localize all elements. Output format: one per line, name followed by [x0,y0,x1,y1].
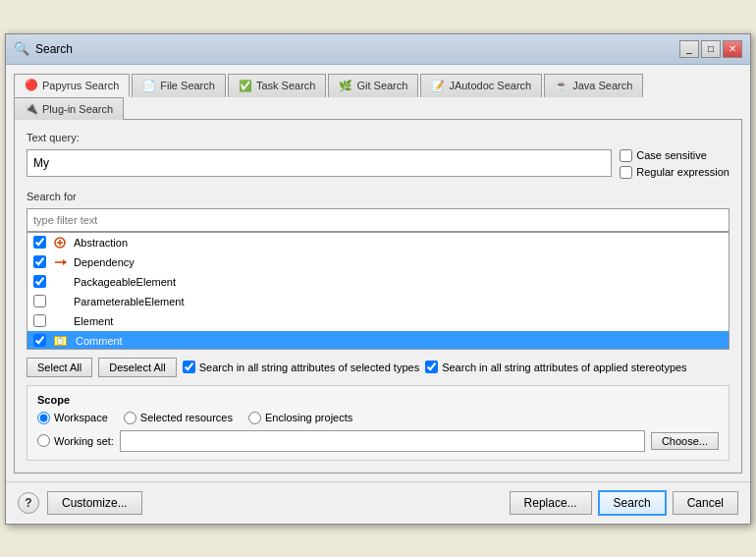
select-buttons-row: Select All Deselect All Search in all st… [27,358,729,377]
text-query-input-wrap [27,149,612,177]
list-item[interactable]: Element [27,311,729,331]
tab-git-search[interactable]: 🌿 Git Search [328,74,418,97]
search-type-list[interactable]: Abstraction Dependency [27,232,729,350]
element-checkbox[interactable] [33,314,46,327]
tabs-bar: 🔴 Papyrus Search 📄 File Search ✅ Task Se… [14,73,742,120]
bottom-bar: ? Customize... Replace... Search Cancel [6,481,750,524]
tab-file-label: File Search [160,80,215,91]
workspace-label: Workspace [54,412,108,423]
tab-git-label: Git Search [356,80,407,91]
scope-options-row: Workspace Selected resources Enclosing p… [37,412,719,424]
select-all-button[interactable]: Select All [27,358,92,377]
case-sensitive-row[interactable]: Case sensitive [620,149,729,162]
svg-marker-4 [63,259,67,265]
case-sensitive-checkbox[interactable] [620,149,632,162]
scope-title: Scope [37,394,719,406]
tab-plugin-label: Plug-in Search [42,103,113,115]
search-in-string-label[interactable]: Search in all string attributes of selec… [183,361,419,373]
selected-resources-label: Selected resources [140,412,233,423]
deselect-all-button[interactable]: Deselect All [98,358,176,377]
search-dialog: 🔍 Search _ □ ✕ 🔴 Papyrus Search 📄 File S… [5,33,751,525]
workspace-radio-label[interactable]: Workspace [37,412,108,424]
tab-file-search[interactable]: 📄 File Search [132,74,226,97]
workspace-radio[interactable] [37,412,50,424]
help-button[interactable]: ? [18,492,39,514]
close-button[interactable]: ✕ [723,40,742,58]
dialog-title: Search [35,42,73,56]
maximize-button[interactable]: □ [701,40,721,58]
selected-resources-radio[interactable] [124,412,136,424]
search-in-string-text: Search in all string attributes of selec… [199,362,419,373]
plugin-icon: 🔌 [25,102,38,116]
list-item[interactable]: ParameterableElement [27,292,729,311]
tab-java-label: Java Search [572,80,632,91]
search-in-stereotypes-checkbox[interactable] [425,361,438,373]
search-for-section: Search for Abstraction [27,191,729,350]
list-item[interactable]: Abstraction [27,233,729,252]
title-bar: 🔍 Search _ □ ✕ [6,34,750,65]
title-controls: _ □ ✕ [679,40,742,58]
cancel-button[interactable]: Cancel [673,491,738,515]
scope-section: Scope Workspace Selected resources Enclo… [27,385,729,461]
parameterable-label: ParameterableElement [74,296,185,307]
enclosing-projects-radio-label[interactable]: Enclosing projects [248,412,352,424]
element-label: Element [74,315,113,327]
dependency-checkbox[interactable] [33,255,46,268]
filter-input[interactable] [27,208,729,232]
text-query-row: Case sensitive Regular expression [27,149,729,179]
dependency-icon [52,254,68,270]
selected-resources-radio-label[interactable]: Selected resources [124,412,233,424]
tab-java-search[interactable]: ☕ Java Search [544,74,643,97]
enclosing-projects-label: Enclosing projects [265,412,352,423]
element-icon [52,313,68,329]
list-item[interactable]: 📋 Comment [27,331,729,350]
abstraction-checkbox[interactable] [33,236,46,249]
choose-button[interactable]: Choose... [651,432,719,450]
comment-checkbox[interactable] [33,334,46,347]
list-item[interactable]: Dependency [27,252,729,272]
tab-papyrus-label: Papyrus Search [42,80,119,91]
comment-label: Comment [74,335,125,347]
dialog-body: 🔴 Papyrus Search 📄 File Search ✅ Task Se… [6,65,750,481]
regex-checkbox[interactable] [620,166,632,179]
parameterable-icon [52,294,68,309]
enclosing-projects-radio[interactable] [248,412,261,424]
search-button[interactable]: Search [598,490,667,516]
jautodoc-icon: 📝 [431,79,445,92]
list-item[interactable]: PackageableElement [27,272,729,292]
tab-papyrus-search[interactable]: 🔴 Papyrus Search [14,74,130,97]
minimize-button[interactable]: _ [679,40,699,58]
file-icon: 📄 [142,79,156,92]
abstraction-label: Abstraction [74,237,128,249]
task-icon: ✅ [239,79,252,92]
search-for-label: Search for [27,191,729,202]
tab-content: Text query: Case sensitive Regular expre… [14,120,742,473]
working-set-radio-label[interactable]: Working set: [37,434,114,447]
git-icon: 🌿 [339,79,352,92]
java-icon: ☕ [555,79,568,92]
case-sensitive-label: Case sensitive [636,149,707,161]
regex-row[interactable]: Regular expression [620,166,729,179]
search-in-stereotypes-text: Search in all string attributes of appli… [442,362,686,373]
text-query-input[interactable] [27,149,612,177]
bottom-right: Replace... Search Cancel [510,490,738,516]
parameterable-checkbox[interactable] [33,295,46,307]
dialog-icon: 🔍 [14,41,29,56]
tab-task-label: Task Search [256,80,316,91]
replace-button[interactable]: Replace... [510,491,592,515]
packageable-checkbox[interactable] [33,275,46,288]
working-set-input[interactable] [120,430,645,452]
query-options: Case sensitive Regular expression [620,149,729,179]
tab-task-search[interactable]: ✅ Task Search [228,74,327,97]
working-set-label: Working set: [54,435,114,447]
tab-jautodoc-search[interactable]: 📝 JAutodoc Search [420,74,542,97]
title-bar-left: 🔍 Search [14,41,73,56]
working-set-row: Working set: Choose... [37,430,719,452]
working-set-radio[interactable] [37,434,50,447]
regex-label: Regular expression [636,166,729,178]
customize-button[interactable]: Customize... [47,491,142,515]
tab-jautodoc-label: JAutodoc Search [449,80,531,91]
tab-plugin-search[interactable]: 🔌 Plug-in Search [14,97,124,120]
search-in-stereotypes-label[interactable]: Search in all string attributes of appli… [425,361,686,373]
search-in-string-checkbox[interactable] [183,361,195,373]
